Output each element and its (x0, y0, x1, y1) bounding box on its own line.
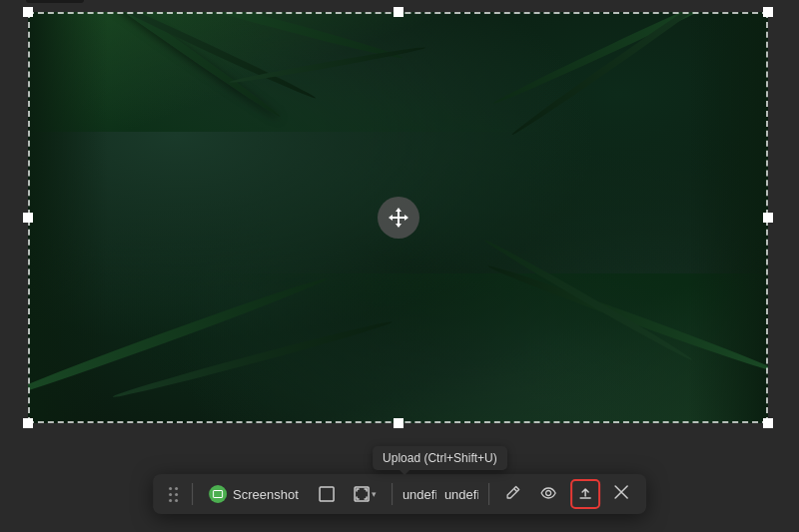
screenshot-label: Screenshot (233, 487, 299, 502)
toolbar: Screenshot ▾ (153, 474, 646, 514)
height-input-container (444, 487, 478, 502)
screenshot-frame[interactable]: 741×412 (28, 12, 768, 423)
toolbar-drag-handle[interactable] (165, 485, 182, 504)
svg-rect-0 (320, 487, 334, 501)
preview-button[interactable] (534, 482, 562, 506)
drag-dot (175, 487, 178, 490)
handle-bottom-center[interactable] (394, 418, 403, 428)
width-input[interactable] (402, 487, 436, 502)
resize-icon (319, 486, 335, 502)
expand-dropdown-button[interactable]: ▾ (349, 483, 382, 505)
drag-dot (169, 493, 172, 496)
screenshot-camera-icon (209, 485, 227, 503)
handle-top-left[interactable] (23, 7, 33, 17)
handle-middle-left[interactable] (23, 213, 33, 223)
handle-top-center[interactable] (394, 7, 403, 17)
divider-2 (392, 483, 393, 505)
upload-tooltip: Upload (Ctrl+Shift+U) (373, 446, 507, 470)
close-button[interactable] (608, 481, 634, 507)
handle-bottom-right[interactable] (763, 418, 773, 428)
dropdown-arrow: ▾ (372, 489, 377, 499)
upload-button[interactable] (570, 479, 600, 509)
drag-dot (169, 499, 172, 502)
move-icon[interactable] (378, 197, 419, 239)
edit-button[interactable] (499, 481, 526, 507)
expand-icon (354, 486, 370, 502)
close-icon (614, 485, 628, 499)
width-input-container (402, 487, 436, 502)
handle-top-right[interactable] (763, 7, 773, 17)
resize-button[interactable] (313, 482, 341, 506)
divider-3 (488, 483, 489, 505)
handle-middle-right[interactable] (763, 213, 773, 223)
drag-dot (175, 493, 178, 496)
drag-dot (175, 499, 178, 502)
upload-icon (578, 487, 592, 501)
screenshot-button[interactable]: Screenshot (203, 481, 305, 507)
height-input[interactable] (444, 487, 478, 502)
dimensions-label: 741×412 (26, 0, 84, 3)
drag-dot (169, 487, 172, 490)
canvas-area: 741×412 Upload (Ctrl+Shift+U) (0, 0, 799, 532)
svg-point-2 (545, 491, 550, 496)
pencil-icon (505, 485, 520, 500)
divider-1 (192, 483, 193, 505)
handle-bottom-left[interactable] (23, 418, 33, 428)
eye-icon (540, 487, 556, 499)
